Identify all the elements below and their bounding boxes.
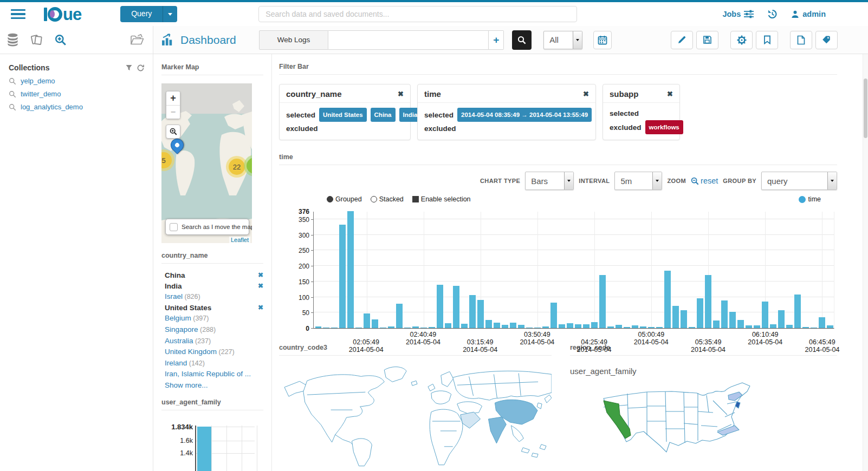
collection-name-label[interactable]: Web Logs [259, 30, 329, 50]
bar[interactable] [339, 225, 346, 328]
bar[interactable] [721, 300, 728, 328]
bar[interactable] [372, 319, 378, 328]
collection-item[interactable]: log_analytics_demo [9, 103, 144, 111]
global-search-input[interactable] [258, 6, 577, 22]
bar[interactable] [429, 327, 435, 328]
hue-logo[interactable]: ue [44, 7, 81, 22]
bar[interactable] [526, 328, 533, 329]
filter-chip[interactable]: workflows [645, 120, 683, 134]
enable-selection-checkbox[interactable]: Enable selection [412, 195, 471, 203]
bar[interactable] [534, 328, 541, 329]
bar[interactable] [664, 271, 671, 328]
bar[interactable] [542, 326, 549, 328]
bar[interactable] [713, 320, 720, 328]
zoom-in-icon[interactable] [55, 34, 67, 46]
facet-label[interactable]: Australia [165, 337, 193, 345]
bar[interactable] [754, 325, 760, 328]
facet-label[interactable]: Ireland [165, 359, 187, 367]
collection-item[interactable]: yelp_demo [9, 77, 144, 85]
bar[interactable] [518, 325, 524, 328]
bar[interactable] [681, 310, 687, 328]
bar[interactable] [355, 328, 362, 329]
facet-label[interactable]: Belgium [165, 314, 191, 322]
calendar-button[interactable] [593, 31, 612, 49]
dashboard-search-button[interactable] [512, 30, 532, 50]
bar[interactable] [315, 326, 322, 328]
save-button[interactable] [696, 31, 718, 49]
bar[interactable] [648, 327, 655, 328]
dashboard-title[interactable]: Dashboard [161, 33, 236, 47]
documents-icon[interactable] [30, 33, 43, 47]
bar[interactable] [607, 326, 614, 328]
bar[interactable] [640, 326, 646, 328]
bar[interactable] [461, 324, 468, 328]
bar[interactable] [786, 325, 793, 328]
world-map[interactable] [279, 360, 552, 471]
interval-select[interactable]: 5m [614, 172, 662, 190]
refresh-icon[interactable] [137, 64, 144, 71]
history-button[interactable] [767, 9, 778, 19]
bar[interactable] [827, 325, 833, 328]
filter-card-close-icon[interactable]: ✖ [398, 90, 404, 98]
bar[interactable] [510, 323, 516, 328]
bar[interactable] [550, 303, 557, 328]
bar[interactable] [737, 320, 744, 328]
chart-type-select[interactable]: Bars [525, 172, 574, 190]
dashboard-query-input[interactable] [328, 30, 489, 50]
edit-dashboard-button[interactable] [671, 31, 693, 49]
bar[interactable] [705, 275, 711, 328]
user-menu[interactable]: admin [791, 10, 826, 18]
bar[interactable] [762, 302, 768, 328]
search-as-move-checkbox[interactable] [170, 223, 178, 231]
bar[interactable] [437, 285, 443, 328]
facet-label[interactable]: United States [165, 304, 211, 312]
bar[interactable] [494, 323, 500, 328]
query-dropdown-caret[interactable] [163, 6, 177, 22]
open-folder-icon[interactable] [130, 34, 144, 46]
bar[interactable] [388, 326, 394, 328]
bar[interactable] [697, 298, 703, 328]
bar[interactable] [331, 328, 338, 329]
query-split-button[interactable]: Query [120, 6, 177, 22]
bar[interactable] [819, 317, 825, 328]
bar[interactable] [599, 275, 606, 328]
bar[interactable] [420, 328, 427, 329]
bar[interactable] [583, 324, 590, 328]
bar[interactable] [347, 211, 354, 328]
bar[interactable] [477, 300, 484, 328]
group-by-select[interactable]: query [761, 172, 837, 190]
us-map[interactable] [595, 379, 774, 471]
grouped-radio[interactable]: Grouped [327, 195, 362, 203]
bar[interactable] [469, 295, 476, 328]
new-document-button[interactable] [790, 31, 812, 49]
facet-label[interactable]: Israel [165, 292, 183, 300]
facet-label[interactable]: India [165, 282, 182, 290]
zoom-reset-link[interactable]: reset [691, 176, 718, 185]
bar[interactable] [811, 328, 817, 329]
bar[interactable] [632, 325, 638, 328]
map-zoom-out-button[interactable]: − [166, 105, 180, 119]
bar[interactable] [502, 325, 508, 328]
bar[interactable] [672, 306, 679, 328]
bar[interactable] [591, 322, 598, 328]
filter-card-close-icon[interactable]: ✖ [583, 90, 589, 98]
bar[interactable] [485, 320, 492, 329]
bar[interactable] [396, 304, 403, 328]
query-button-label[interactable]: Query [120, 6, 163, 22]
scope-select[interactable]: All [543, 31, 582, 49]
hamburger-menu-icon[interactable] [11, 9, 25, 19]
facet-label[interactable]: China [165, 271, 185, 279]
bar[interactable] [624, 327, 630, 328]
bar[interactable] [412, 326, 419, 328]
map-zoom-box-button[interactable] [166, 125, 180, 139]
time-chart-plot[interactable] [313, 212, 834, 329]
database-icon[interactable] [7, 33, 19, 47]
bar[interactable] [746, 325, 752, 328]
bar[interactable] [616, 325, 622, 328]
add-filter-button[interactable]: + [489, 30, 504, 50]
bar[interactable] [559, 324, 565, 328]
facet-label[interactable]: United Kingdom [165, 348, 217, 356]
bar[interactable] [794, 295, 801, 328]
bar[interactable] [404, 328, 411, 329]
settings-button[interactable] [730, 31, 753, 49]
